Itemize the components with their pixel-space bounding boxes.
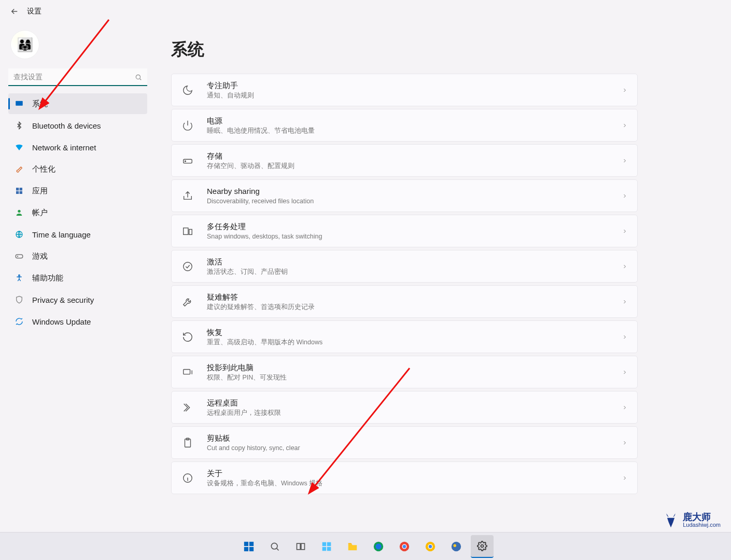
bluetooth-icon	[13, 120, 25, 131]
chevron-right-icon	[622, 334, 628, 340]
brush-icon	[13, 163, 25, 175]
svg-point-39	[429, 544, 432, 548]
globe-icon	[13, 229, 25, 240]
card-subtitle: 睡眠、电池使用情况、节省电池电量	[207, 127, 622, 135]
svg-rect-5	[20, 191, 22, 194]
svg-point-40	[452, 541, 461, 551]
svg-rect-29	[327, 542, 331, 546]
card-title: 远程桌面	[207, 398, 622, 408]
sidebar-item-network[interactable]: Network & internet	[8, 137, 147, 158]
svg-point-11	[185, 161, 186, 162]
svg-rect-22	[249, 541, 254, 545]
search-icon	[135, 74, 142, 81]
multitask-icon	[181, 225, 194, 238]
sidebar-item-label: 个性化	[32, 164, 55, 174]
sidebar-item-privacy[interactable]: Privacy & security	[8, 289, 147, 310]
chevron-right-icon	[622, 369, 628, 375]
settings-card-multitasking[interactable]: 多任务处理Snap windows, desktops, task switch…	[171, 215, 638, 247]
sidebar-item-gaming[interactable]: 游戏	[8, 246, 147, 267]
sidebar-item-accounts[interactable]: 帐户	[8, 202, 147, 223]
sidebar-item-label: Network & internet	[32, 143, 96, 152]
svg-point-9	[19, 275, 20, 276]
taskbar-explorer[interactable]	[341, 535, 364, 558]
settings-card-activation[interactable]: 激活激活状态、订阅、产品密钥	[171, 250, 638, 283]
sidebar-item-label: 系统	[32, 99, 48, 109]
sidebar-item-label: 辅助功能	[32, 273, 63, 283]
svg-rect-26	[297, 543, 301, 550]
svg-rect-28	[322, 542, 327, 546]
settings-card-about[interactable]: 关于设备规格，重命名电脑、Windows 规格	[171, 461, 638, 494]
sidebar-item-personalization[interactable]: 个性化	[8, 159, 147, 179]
card-title: 电源	[207, 116, 622, 126]
taskbar-app[interactable]	[445, 535, 468, 558]
card-title: 关于	[207, 468, 622, 479]
taskbar-widgets[interactable]	[315, 535, 338, 558]
page-title: 系统	[171, 38, 710, 61]
taskbar-taskview[interactable]	[289, 535, 312, 558]
recover-icon	[181, 330, 194, 344]
svg-point-42	[481, 544, 484, 547]
settings-card-troubleshoot[interactable]: 疑难解答建议的疑难解答、首选项和历史记录	[171, 285, 638, 318]
card-title: 剪贴板	[207, 433, 622, 443]
sidebar-item-accessibility[interactable]: 辅助功能	[8, 268, 147, 288]
card-subtitle: Snap windows, desktops, task switching	[207, 232, 622, 241]
back-button[interactable]	[8, 5, 21, 18]
sidebar-item-apps[interactable]: 应用	[8, 180, 147, 201]
settings-card-nearby-sharing[interactable]: Nearby sharingDiscoverability, received …	[171, 179, 638, 212]
svg-point-33	[376, 543, 382, 549]
power-icon	[181, 119, 194, 132]
chevron-right-icon	[622, 122, 628, 129]
sidebar-item-label: Windows Update	[32, 317, 91, 326]
avatar[interactable]: 👨‍👩‍👧	[10, 30, 39, 59]
moon-icon	[181, 83, 194, 97]
svg-point-14	[184, 262, 192, 271]
sidebar-item-label: Privacy & security	[32, 296, 94, 304]
settings-card-recovery[interactable]: 恢复重置、高级启动、早期版本的 Windows	[171, 320, 638, 353]
card-title: 存储	[207, 151, 622, 161]
info-icon	[181, 471, 194, 485]
taskbar-chrome-2[interactable]	[419, 535, 442, 558]
chevron-right-icon	[622, 228, 628, 234]
taskbar-chrome[interactable]	[393, 535, 416, 558]
sidebar-item-time-language[interactable]: Time & language	[8, 224, 147, 245]
taskbar-edge[interactable]	[367, 535, 390, 558]
svg-rect-3	[20, 188, 22, 190]
chevron-right-icon	[622, 158, 628, 164]
project-icon	[181, 366, 194, 379]
card-title: 多任务处理	[207, 221, 622, 232]
svg-rect-1	[16, 101, 23, 106]
svg-rect-27	[301, 543, 305, 550]
settings-card-power[interactable]: 电源睡眠、电池使用情况、节省电池电量	[171, 109, 638, 142]
card-subtitle: 远程桌面用户，连接权限	[207, 409, 622, 417]
sidebar-item-bluetooth[interactable]: Bluetooth & devices	[8, 115, 147, 136]
card-title: Nearby sharing	[207, 186, 622, 197]
settings-card-focus-assist[interactable]: 专注助手通知、自动规则	[171, 74, 638, 106]
svg-point-36	[403, 544, 406, 548]
svg-rect-8	[16, 255, 23, 258]
svg-point-6	[18, 210, 20, 213]
sidebar-item-label: Bluetooth & devices	[32, 121, 101, 130]
storage-icon	[181, 154, 194, 167]
taskbar-settings[interactable]	[471, 535, 494, 558]
card-subtitle: 重置、高级启动、早期版本的 Windows	[207, 338, 622, 346]
settings-card-clipboard[interactable]: 剪贴板Cut and copy history, sync, clear	[171, 426, 638, 459]
settings-card-remote-desktop[interactable]: 远程桌面远程桌面用户，连接权限	[171, 391, 638, 424]
settings-card-projecting[interactable]: 投影到此电脑权限、配对 PIN、可发现性	[171, 356, 638, 388]
sidebar-item-windows-update[interactable]: Windows Update	[8, 311, 147, 332]
sidebar-item-system[interactable]: 系统	[8, 93, 147, 114]
sidebar-item-label: 游戏	[32, 251, 48, 261]
svg-rect-13	[189, 229, 192, 234]
taskbar-start[interactable]	[237, 535, 260, 558]
taskbar-search[interactable]	[263, 535, 286, 558]
person-icon	[13, 207, 25, 218]
card-subtitle: 建议的疑难解答、首选项和历史记录	[207, 303, 622, 311]
svg-rect-24	[249, 547, 254, 551]
deer-icon	[662, 511, 680, 529]
watermark-title: 鹿大师	[683, 512, 721, 522]
chevron-right-icon	[622, 404, 628, 411]
svg-point-0	[136, 75, 140, 79]
settings-card-storage[interactable]: 存储存储空间、驱动器、配置规则	[171, 144, 638, 177]
search-input[interactable]	[8, 68, 147, 86]
sidebar-item-label: Time & language	[32, 230, 91, 239]
display-icon	[13, 98, 25, 109]
